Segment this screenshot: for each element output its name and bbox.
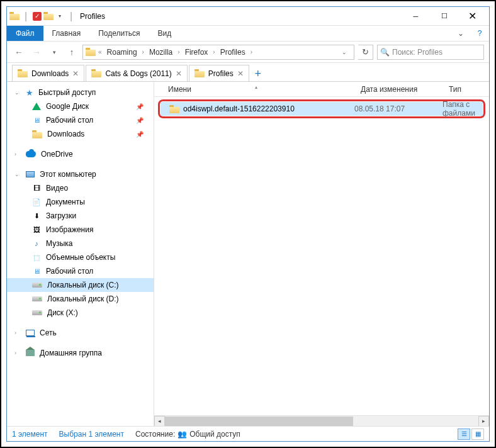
nav-network[interactable]: › Сеть xyxy=(7,326,154,340)
nav-this-pc[interactable]: ⌄ Этот компьютер xyxy=(7,167,154,181)
pin-icon: 📌 xyxy=(136,103,144,110)
nav-forward-button[interactable]: → xyxy=(30,45,43,59)
column-name[interactable]: Имени ▴ xyxy=(154,85,356,94)
nav-downloads[interactable]: Downloads 📌 xyxy=(7,127,154,141)
address-bar: ← → ▾ ↑ « Roaming › Mozilla › Firefox › … xyxy=(7,42,489,63)
ribbon-tab-home[interactable]: Главная xyxy=(43,26,90,41)
file-list-view: Имени ▴ Дата изменения Тип od4iswpl.defa… xyxy=(154,82,489,426)
status-bar: 1 элемент Выбран 1 элемент Состояние: 👥 … xyxy=(7,426,489,441)
breadcrumb-chevron-icon[interactable]: « xyxy=(97,48,103,55)
music-icon: ♪ xyxy=(32,239,41,248)
window-title: Profiles xyxy=(80,12,105,21)
horizontal-scrollbar[interactable]: ◂ ▸ xyxy=(154,415,489,426)
status-item-count: 1 элемент xyxy=(12,430,48,439)
breadcrumb-dropdown-icon[interactable]: ⌄ xyxy=(337,45,351,59)
scroll-left-button[interactable]: ◂ xyxy=(154,416,165,427)
breadcrumb[interactable]: « Roaming › Mozilla › Firefox › Profiles… xyxy=(82,45,354,60)
search-placeholder: Поиск: Profiles xyxy=(392,48,442,57)
chevron-down-icon[interactable]: ⌄ xyxy=(14,89,21,96)
nav-music[interactable]: ♪Музыка xyxy=(7,237,154,250)
breadcrumb-chevron-icon[interactable]: › xyxy=(249,48,254,55)
breadcrumb-item[interactable]: Profiles xyxy=(218,48,248,57)
network-icon xyxy=(26,330,35,336)
tab-downloads[interactable]: Downloads ✕ xyxy=(12,65,84,81)
breadcrumb-item[interactable]: Firefox xyxy=(183,48,211,57)
ribbon-tab-share[interactable]: Поделиться xyxy=(89,26,149,41)
nav-drive-d[interactable]: Локальный диск (D:) xyxy=(7,292,154,306)
maximize-button[interactable]: ☐ xyxy=(430,7,458,26)
breadcrumb-chevron-icon[interactable]: › xyxy=(211,48,216,55)
folder-icon xyxy=(18,69,28,77)
breadcrumb-chevron-icon[interactable]: › xyxy=(176,48,181,55)
nav-homegroup[interactable]: › Домашняя группа xyxy=(7,346,154,360)
refresh-button[interactable]: ↻ xyxy=(358,45,373,60)
nav-videos[interactable]: 🎞Видео xyxy=(7,181,154,195)
file-row[interactable]: od4iswpl.default-1516222203910 08.05.18 … xyxy=(161,102,483,116)
nav-back-button[interactable]: ← xyxy=(12,45,26,59)
column-headers: Имени ▴ Дата изменения Тип xyxy=(154,82,489,97)
pin-icon: 📌 xyxy=(136,131,144,138)
nav-desktop[interactable]: 🖥 Рабочий стол 📌 xyxy=(7,113,154,127)
desktop-icon: 🖥 xyxy=(32,267,41,276)
onedrive-icon xyxy=(26,151,36,157)
chevron-down-icon[interactable]: ⌄ xyxy=(14,171,21,177)
qat-dropdown-icon[interactable]: ▾ xyxy=(55,11,65,21)
nav-downloads-pc[interactable]: ⬇Загрузки xyxy=(7,209,154,223)
chevron-right-icon[interactable]: › xyxy=(14,151,21,157)
tab-close-icon[interactable]: ✕ xyxy=(176,69,182,78)
folder-icon xyxy=(169,105,179,113)
nav-pictures[interactable]: 🖼Изображения xyxy=(7,223,154,237)
ribbon: Файл Главная Поделиться Вид ⌄ ? xyxy=(7,26,489,42)
search-icon: 🔍 xyxy=(380,48,390,57)
ribbon-file-tab[interactable]: Файл xyxy=(7,26,43,41)
view-details-button[interactable]: ☰ xyxy=(458,428,470,440)
file-name: od4iswpl.default-1516222203910 xyxy=(183,104,295,113)
nav-drive-x[interactable]: Диск (X:) xyxy=(7,306,154,320)
nav-3d-objects[interactable]: ⬚Объемные объекты xyxy=(7,250,154,264)
drive-icon xyxy=(32,296,42,301)
breadcrumb-item[interactable]: Mozilla xyxy=(147,48,175,57)
titlebar: | ✓ ▾ | Profiles ─ ☐ ✕ xyxy=(7,7,489,26)
homegroup-icon xyxy=(26,350,35,356)
tab-cats-dogs[interactable]: Cats & Dogs (2011) ✕ xyxy=(86,65,187,81)
qat-properties-icon[interactable]: ✓ xyxy=(32,11,42,21)
nav-desktop-pc[interactable]: 🖥Рабочий стол xyxy=(7,264,154,278)
ribbon-tab-view[interactable]: Вид xyxy=(149,26,180,41)
breadcrumb-chevron-icon[interactable]: › xyxy=(141,48,145,55)
close-button[interactable]: ✕ xyxy=(458,7,487,26)
chevron-right-icon[interactable]: › xyxy=(14,350,21,356)
file-list[interactable]: od4iswpl.default-1516222203910 08.05.18 … xyxy=(154,97,489,415)
ribbon-collapse-icon[interactable]: ⌄ xyxy=(451,26,470,41)
column-type[interactable]: Тип xyxy=(444,85,489,94)
nav-drive-c[interactable]: Локальный диск (C:) xyxy=(7,278,154,292)
column-date[interactable]: Дата изменения xyxy=(356,85,444,94)
nav-up-button[interactable]: ↑ xyxy=(65,45,79,59)
nav-history-dropdown[interactable]: ▾ xyxy=(47,45,61,59)
ribbon-help-icon[interactable]: ? xyxy=(470,26,489,41)
tab-close-icon[interactable]: ✕ xyxy=(72,69,79,78)
drive-icon xyxy=(32,283,42,288)
view-icons-button[interactable]: ▦ xyxy=(471,428,484,440)
tab-profiles[interactable]: Profiles ✕ xyxy=(189,65,249,81)
qat-newfolder-icon[interactable] xyxy=(43,11,54,21)
nav-google-drive[interactable]: Google Диск 📌 xyxy=(7,99,154,113)
chevron-right-icon[interactable]: › xyxy=(14,330,21,336)
folder-icon xyxy=(91,69,101,77)
nav-onedrive[interactable]: › OneDrive xyxy=(7,147,154,161)
status-sharing: Состояние: 👥 Общий доступ xyxy=(135,430,240,439)
search-input[interactable]: 🔍 Поиск: Profiles xyxy=(377,45,484,60)
scroll-track[interactable] xyxy=(165,416,478,427)
video-icon: 🎞 xyxy=(32,184,41,193)
breadcrumb-item[interactable]: Roaming xyxy=(104,48,140,57)
minimize-button[interactable]: ─ xyxy=(402,7,430,26)
nav-documents[interactable]: 📄Документы xyxy=(7,195,154,209)
scroll-right-button[interactable]: ▸ xyxy=(478,416,489,427)
pin-icon: 📌 xyxy=(136,117,144,124)
scroll-thumb[interactable] xyxy=(165,417,353,426)
nav-quick-access[interactable]: ⌄ ★ Быстрый доступ xyxy=(7,86,154,99)
star-icon: ★ xyxy=(26,88,33,98)
tab-close-icon[interactable]: ✕ xyxy=(237,69,244,78)
pictures-icon: 🖼 xyxy=(32,225,41,234)
tab-new-button[interactable]: + xyxy=(251,66,266,81)
file-type: Папка с файлами xyxy=(442,100,483,118)
